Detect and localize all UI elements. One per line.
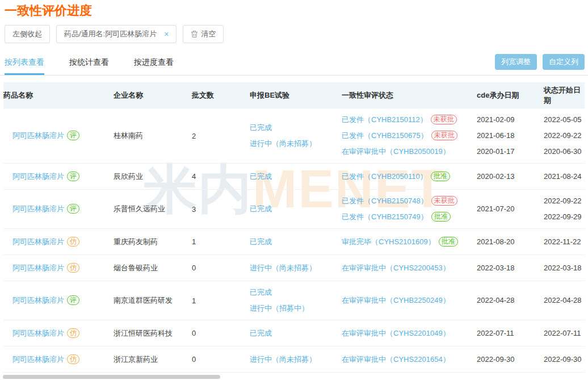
- drug-name-line: 阿司匹林肠溶片评: [12, 169, 110, 185]
- drug-tag: 仿: [67, 354, 79, 364]
- start-date: 2020-06-30: [544, 144, 582, 160]
- start-date: 2022-09-22: [544, 128, 582, 144]
- custom-columns-button[interactable]: 自定义列: [543, 54, 585, 70]
- start-date-cell: 2022-05-052022-09-222020-06-30: [544, 108, 585, 163]
- review-status-line: 在审评审批中（CYHB2250249）: [342, 293, 473, 308]
- approval-badge: 批准: [431, 172, 450, 181]
- be-trial-cell: 进行中（尚未招募）: [250, 346, 342, 372]
- review-status-cell: 在审评审批中（CYHS2201049）: [342, 320, 477, 346]
- start-date: 2022-09-29: [544, 209, 582, 225]
- horizontal-scrollbar-thumb[interactable]: [3, 375, 220, 379]
- drug-name-cell: 阿司匹林肠溶片仿: [3, 346, 114, 372]
- start-date-cell: 2022-04-28: [544, 281, 585, 320]
- cde-date-cell: 2022-09-30: [477, 373, 544, 380]
- drug-name-link[interactable]: 阿司匹林肠溶片: [12, 329, 64, 337]
- approval-badge: 未获批: [431, 131, 457, 140]
- review-status-line: 审批完毕（CYHS2101609）批准: [342, 234, 473, 250]
- company-cell: 南京道群医药研发: [114, 281, 192, 320]
- be-trial-cell: 进行中（尚未招募）: [250, 373, 342, 380]
- review-status-link[interactable]: 在审评审批中（CYHS2200453）: [342, 264, 450, 272]
- approval-count-cell: 3: [192, 190, 250, 228]
- tab-progress-view[interactable]: 按进度查看: [134, 51, 174, 75]
- page-title: 一致性评价进度: [0, 0, 588, 19]
- cde-date: 2020-01-17: [477, 144, 540, 160]
- drug-name-cell: 阿司匹林肠溶片评: [3, 108, 114, 163]
- review-status-link[interactable]: 已发件（CYHB2150748）: [342, 197, 428, 205]
- cde-date: 2022-09-30: [477, 378, 540, 380]
- review-status-link[interactable]: 已发件（CYHB2150749）: [342, 212, 428, 221]
- cde-date: 2021-07-20: [477, 201, 540, 217]
- review-status-link[interactable]: 在审评审批中（CYHB2050019）: [342, 147, 450, 156]
- start-date: 2022-09-22: [544, 193, 582, 209]
- review-status-link[interactable]: 在审评审批中（CYHB2250249）: [342, 296, 450, 304]
- company-cell: 桂林南药: [114, 108, 192, 163]
- filter-chip-label: 药品/通用名:阿司匹林肠溶片: [64, 29, 157, 39]
- drug-name-line: 阿司匹林肠溶片仿: [12, 325, 110, 341]
- drug-name-line: 阿司匹林肠溶片仿: [12, 234, 110, 250]
- start-date-cell: 2022-11-22: [544, 229, 585, 254]
- filter-chip[interactable]: 药品/通用名:阿司匹林肠溶片 ×: [56, 25, 177, 43]
- be-trial-line: 已完成: [250, 169, 338, 185]
- review-status-cell: 在审评审批中（CYHS2200453）: [342, 255, 477, 281]
- be-trial-line: 进行中（尚未招募）: [250, 378, 338, 380]
- clear-filters-label: 清空: [201, 29, 216, 39]
- tab-list: 按列表查看 按统计查看 按进度查看: [5, 51, 199, 75]
- table-row: 阿司匹林肠溶片评乐普恒久远药业3已完成已发件（CYHB2150748）未获批已发…: [3, 189, 585, 228]
- be-trial-line: 已完成: [250, 325, 338, 341]
- approval-badge: 未获批: [431, 196, 457, 206]
- drug-name-line: 阿司匹林肠溶片仿: [12, 260, 110, 276]
- be-trial-cell: 已完成: [250, 164, 342, 189]
- review-status-link[interactable]: 已发件（CYHB2150675）: [342, 131, 428, 140]
- review-status-line: 在审评审批中（CYHS2200453）: [342, 260, 473, 276]
- drug-tag: 评: [67, 172, 79, 181]
- drug-name-link[interactable]: 阿司匹林肠溶片: [12, 264, 64, 272]
- drug-name-link[interactable]: 阿司匹林肠溶片: [12, 237, 64, 246]
- tab-list-view[interactable]: 按列表查看: [5, 51, 44, 75]
- drug-name-link[interactable]: 阿司匹林肠溶片: [12, 172, 64, 181]
- review-status-link[interactable]: 审批完毕（CYHS2101609）: [342, 237, 435, 246]
- approval-count-cell: 1: [192, 229, 250, 254]
- drug-name-link[interactable]: 阿司匹林肠溶片: [12, 204, 64, 213]
- approval-badge: 批准: [431, 212, 451, 222]
- approval-count-cell: 0: [192, 320, 250, 346]
- review-status-cell: 已发件（CYHB2150112）未获批已发件（CYHB2150675）未获批在审…: [342, 108, 477, 163]
- review-status-link[interactable]: 在审评审批中（CYHS2201049）: [342, 329, 450, 337]
- review-status-link[interactable]: 已发件（CYHB2050110）: [342, 172, 427, 181]
- approval-count-cell: 0: [192, 346, 250, 372]
- cde-date-cell: 2020-02-13: [477, 164, 544, 189]
- column-header-company: 企业名称: [114, 90, 192, 101]
- clear-filters-button[interactable]: 清空: [183, 25, 224, 43]
- review-status-line: 已发件（CYHB2150748）未获批: [342, 193, 473, 209]
- be-trial-cell: 进行中（尚未招募）: [250, 255, 342, 281]
- column-width-button[interactable]: 列宽调整: [495, 54, 537, 70]
- approval-badge: 批准: [439, 237, 458, 247]
- table-body: 阿司匹林肠溶片评桂林南药2已完成进行中（尚未招募）已发件（CYHB2150112…: [3, 108, 585, 380]
- review-status-link[interactable]: 已发件（CYHB2150112）: [342, 115, 427, 124]
- be-trial-line: 已完成: [250, 120, 338, 136]
- column-header-approval-count: 批文数: [192, 90, 250, 101]
- be-trial-line: 进行中（招募中）: [250, 300, 338, 316]
- start-date-cell: 2022-07-11: [544, 320, 585, 346]
- start-date-cell: 2022-03-18: [544, 255, 585, 281]
- drug-name-link[interactable]: 阿司匹林肠溶片: [12, 131, 64, 140]
- tab-statistics-view[interactable]: 按统计查看: [69, 51, 109, 75]
- company-cell: 重庆药友制药: [114, 229, 192, 254]
- be-trial-line: 已完成: [250, 285, 338, 300]
- drug-tag: 仿: [67, 237, 79, 247]
- review-status-cell: 在审评审批中（CYHS2201656）: [342, 373, 477, 380]
- company-cell: 烟台鲁银药业: [114, 255, 192, 281]
- review-status-link[interactable]: 在审评审批中（CYHS2201654）: [342, 355, 450, 364]
- table-row: 阿司匹林肠溶片评桂林南药2已完成进行中（尚未招募）已发件（CYHB2150112…: [3, 108, 585, 163]
- close-icon[interactable]: ×: [164, 30, 169, 39]
- review-status-line: 已发件（CYHB2050110）批准: [342, 169, 473, 185]
- drug-name-link[interactable]: 阿司匹林肠溶片: [12, 296, 64, 304]
- table-actions: 列宽调整 自定义列: [495, 54, 585, 75]
- drug-name-cell: 阿司匹林肠溶片评: [3, 190, 114, 228]
- start-date: 2022-04-28: [544, 293, 582, 308]
- approval-count-cell: 4: [192, 164, 250, 189]
- drug-name-link[interactable]: 阿司匹林肠溶片: [12, 355, 64, 364]
- column-header-start-date: 状态开始日期: [544, 85, 585, 106]
- cde-date: 2020-02-13: [477, 169, 540, 185]
- review-status-cell: 已发件（CYHB2050110）批准: [342, 164, 477, 189]
- collapse-sidebar-button[interactable]: 左侧收起: [5, 25, 50, 43]
